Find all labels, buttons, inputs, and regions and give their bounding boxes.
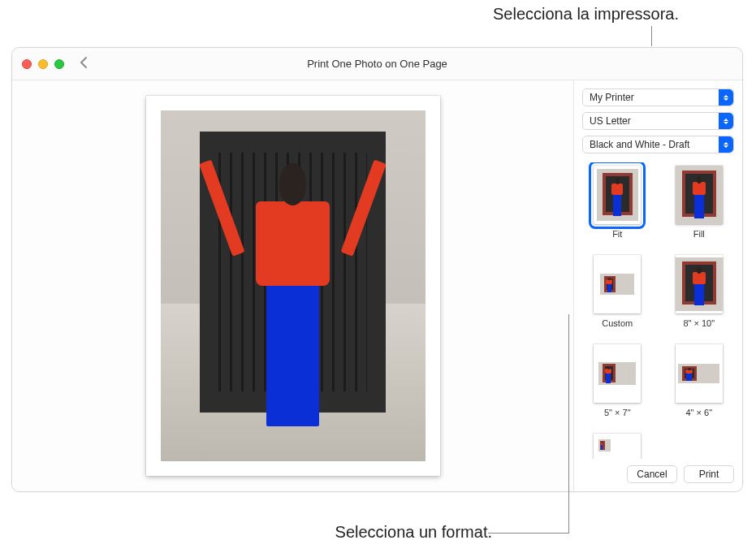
layout-thumb-fill xyxy=(676,166,723,224)
layout-label: Fit xyxy=(612,229,622,239)
callout-leader-top xyxy=(651,26,652,46)
layout-option-fit[interactable]: Fit xyxy=(584,166,651,239)
callout-select-format: Selecciona un format. xyxy=(335,523,492,542)
layout-thumb-5x7 xyxy=(594,344,641,403)
updown-icon xyxy=(719,113,733,129)
layout-label: 4" × 6" xyxy=(685,408,712,417)
sidebar-footer: Cancel Print xyxy=(582,459,734,483)
layout-thumb-custom xyxy=(594,255,641,313)
callout-select-printer: Selecciona la impressora. xyxy=(493,5,679,24)
layout-label: Fill xyxy=(693,229,705,239)
print-preview-photo xyxy=(161,110,426,461)
quality-value: Black and White - Draft xyxy=(590,139,689,150)
quality-select[interactable]: Black and White - Draft xyxy=(582,136,734,153)
layout-thumb-contact xyxy=(594,434,641,459)
print-preview-area xyxy=(12,80,573,491)
layout-option-custom[interactable]: Custom xyxy=(584,255,651,328)
callout-leader-bottom-v xyxy=(568,314,569,534)
window-titlebar: Print One Photo on One Page xyxy=(12,48,742,80)
print-window: Print One Photo on One Page My Printer U… xyxy=(11,47,743,492)
close-button[interactable] xyxy=(22,59,32,69)
cancel-button[interactable]: Cancel xyxy=(627,465,677,483)
minimize-button[interactable] xyxy=(38,59,48,69)
print-preview-page xyxy=(146,96,440,476)
fullscreen-button[interactable] xyxy=(54,59,64,69)
layout-thumb-fit xyxy=(594,166,641,224)
window-controls xyxy=(22,59,64,69)
print-options-sidebar: My Printer US Letter Black and White - D… xyxy=(573,80,742,491)
layout-option-8x10[interactable]: 8" × 10" xyxy=(666,255,733,328)
layout-label: Custom xyxy=(602,318,633,328)
window-title: Print One Photo on One Page xyxy=(12,58,742,70)
layout-label: 5" × 7" xyxy=(604,408,631,417)
printer-select-value: My Printer xyxy=(590,92,634,103)
updown-icon xyxy=(719,136,733,153)
callout-leader-bottom-h xyxy=(488,533,569,534)
chevron-left-icon xyxy=(79,56,89,69)
layout-options: FitFillCustom8" × 10"5" × 7"4" × 6" xyxy=(582,162,734,459)
layout-label: 8" × 10" xyxy=(683,318,715,328)
layout-option-4x6[interactable]: 4" × 6" xyxy=(666,344,733,417)
paper-size-value: US Letter xyxy=(590,115,631,127)
updown-icon xyxy=(719,89,733,106)
printer-select[interactable]: My Printer xyxy=(582,89,734,106)
layout-thumb-8x10 xyxy=(676,255,723,313)
layout-option-fill[interactable]: Fill xyxy=(666,166,733,239)
layout-option-5x7[interactable]: 5" × 7" xyxy=(584,344,651,417)
back-button[interactable] xyxy=(79,56,89,71)
paper-size-select[interactable]: US Letter xyxy=(582,112,734,130)
window-content: My Printer US Letter Black and White - D… xyxy=(12,80,742,491)
layout-option-contact[interactable] xyxy=(584,434,651,459)
layout-thumb-4x6 xyxy=(676,344,723,403)
print-button[interactable]: Print xyxy=(684,465,734,483)
